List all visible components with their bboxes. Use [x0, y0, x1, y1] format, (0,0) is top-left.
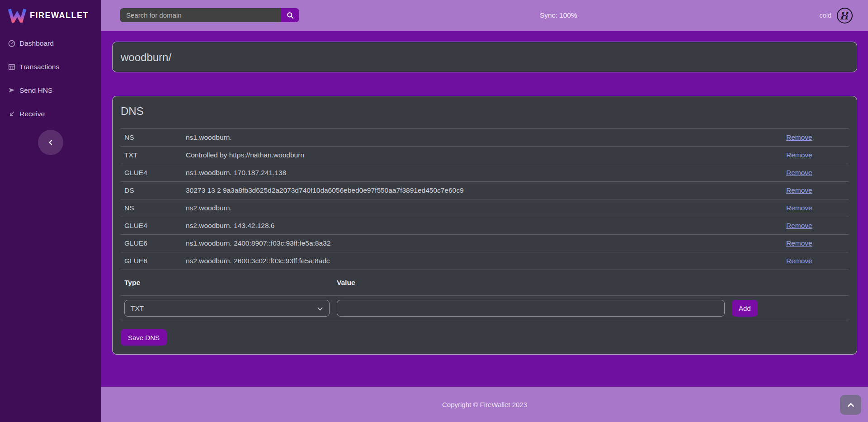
brand-name: FIREWALLET [30, 11, 89, 20]
search-button[interactable] [281, 8, 299, 22]
scroll-to-top-button[interactable] [840, 395, 861, 415]
save-dns-button[interactable]: Save DNS [121, 329, 167, 346]
value-column-header: Value [333, 270, 728, 296]
firewallet-logo-icon [8, 8, 26, 23]
sidebar-item-dashboard[interactable]: Dashboard [0, 32, 101, 55]
sidebar-nav: Dashboard Transactions Send HNS Receive [0, 31, 101, 126]
send-icon [8, 87, 15, 94]
remove-record-link[interactable]: Remove [786, 151, 812, 159]
sync-status: Sync: 100% [540, 0, 577, 31]
dns-record-row: GLUE4 ns1.woodburn. 170.187.241.138 Remo… [121, 164, 849, 182]
search-group [120, 8, 299, 22]
remove-record-link[interactable]: Remove [786, 169, 812, 176]
topbar: Sync: 100% cold H [101, 0, 868, 31]
svg-text:H: H [840, 9, 850, 22]
remove-record-link[interactable]: Remove [786, 257, 812, 265]
sidebar-item-label: Receive [19, 110, 45, 118]
remove-record-link[interactable]: Remove [786, 204, 812, 212]
sidebar-item-label: Dashboard [19, 39, 54, 47]
wallet-area: cold H [819, 0, 853, 31]
record-value: Controlled by https://nathan.woodburn [182, 147, 783, 164]
dns-records-table: NS ns1.woodburn. Remove TXT Controlled b… [121, 128, 849, 270]
footer: Copyright © FireWallet 2023 [101, 387, 868, 422]
copyright-text: Copyright © FireWallet 2023 [442, 401, 527, 408]
dns-add-record-form: Type Value TXT [121, 270, 849, 321]
record-value: ns2.woodburn. [182, 199, 783, 217]
dns-record-row: GLUE6 ns1.woodburn. 2400:8907::f03c:93ff… [121, 235, 849, 252]
add-record-button[interactable]: Add [732, 300, 758, 317]
chevron-up-icon [847, 402, 854, 408]
sidebar-item-label: Send HNS [19, 86, 52, 95]
remove-record-link[interactable]: Remove [786, 133, 812, 141]
record-value: ns1.woodburn. 2400:8907::f03c:93ff:fe5a:… [182, 235, 783, 252]
record-type: DS [121, 182, 182, 199]
record-type: NS [121, 199, 182, 217]
record-type-selected-value: TXT [131, 304, 144, 313]
record-type: GLUE4 [121, 164, 182, 182]
record-value-input[interactable] [337, 300, 725, 317]
sidebar-item-transactions[interactable]: Transactions [0, 55, 101, 79]
remove-record-link[interactable]: Remove [786, 186, 812, 194]
dns-record-row: GLUE4 ns2.woodburn. 143.42.128.6 Remove [121, 217, 849, 235]
dashboard-icon [8, 40, 15, 47]
type-column-header: Type [121, 270, 333, 296]
record-value: 30273 13 2 9a3a8fb3d625d2a2073d740f10da6… [182, 182, 783, 199]
search-icon [287, 12, 294, 19]
record-type: GLUE4 [121, 217, 182, 235]
dns-section-title: DNS [121, 104, 849, 118]
record-value: ns1.woodburn. 170.187.241.138 [182, 164, 783, 182]
chevron-down-icon [317, 306, 323, 312]
sidebar-item-receive[interactable]: Receive [0, 102, 101, 126]
record-type: GLUE6 [121, 252, 182, 270]
dns-record-row: NS ns1.woodburn. Remove [121, 129, 849, 147]
remove-record-link[interactable]: Remove [786, 222, 812, 229]
handshake-logo-icon[interactable]: H [836, 7, 853, 24]
sidebar-item-send-hns[interactable]: Send HNS [0, 79, 101, 102]
dns-record-row: GLUE6 ns2.woodburn. 2600:3c02::f03c:93ff… [121, 252, 849, 270]
receive-icon [8, 110, 15, 118]
dns-record-row: TXT Controlled by https://nathan.woodbur… [121, 147, 849, 164]
transactions-icon [8, 63, 15, 71]
record-type: TXT [121, 147, 182, 164]
sidebar-collapse-button[interactable] [38, 130, 63, 155]
sidebar: FIREWALLET Dashboard Transactions Send H… [0, 0, 101, 422]
brand[interactable]: FIREWALLET [0, 0, 101, 31]
record-value: ns2.woodburn. 2600:3c02::f03c:93ff:fe5a:… [182, 252, 783, 270]
record-type: GLUE6 [121, 235, 182, 252]
dns-record-row: NS ns2.woodburn. Remove [121, 199, 849, 217]
domain-title: woodburn/ [121, 50, 849, 65]
record-type: NS [121, 129, 182, 147]
sidebar-item-label: Transactions [19, 63, 59, 71]
dns-record-row: DS 30273 13 2 9a3a8fb3d625d2a2073d740f10… [121, 182, 849, 199]
domain-card: woodburn/ [112, 42, 857, 72]
chevron-left-icon [47, 139, 54, 146]
record-value: ns2.woodburn. 143.42.128.6 [182, 217, 783, 235]
record-value: ns1.woodburn. [182, 129, 783, 147]
wallet-name: cold [819, 12, 831, 19]
dns-card: DNS NS ns1.woodburn. Remove TXT Controll… [112, 96, 857, 355]
main-content: woodburn/ DNS NS ns1.woodburn. Remove TX… [101, 31, 868, 387]
record-type-select[interactable]: TXT [124, 300, 330, 317]
search-input[interactable] [120, 8, 281, 22]
remove-record-link[interactable]: Remove [786, 239, 812, 247]
